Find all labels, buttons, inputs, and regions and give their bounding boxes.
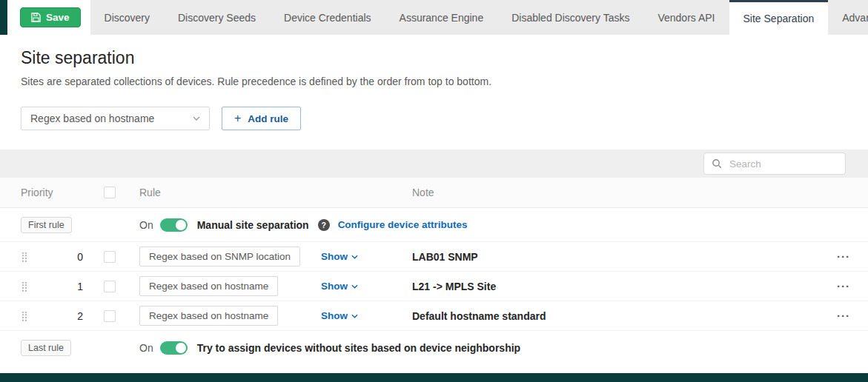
rule-controls: Regex based on hostname + Add rule bbox=[21, 107, 847, 130]
tab-discovery[interactable]: Discovery bbox=[90, 0, 164, 35]
save-area: Save bbox=[7, 0, 90, 35]
tab-disabled-discovery-tasks[interactable]: Disabled Discovery Tasks bbox=[497, 0, 643, 35]
help-icon[interactable]: ? bbox=[318, 219, 330, 231]
tab-bar: Save Discovery Discovery Seeds Device Cr… bbox=[0, 0, 868, 35]
first-rule-toggle[interactable] bbox=[160, 218, 188, 232]
page-head: Site separation Sites are separated coll… bbox=[0, 35, 868, 150]
tabs: Discovery Discovery Seeds Device Credent… bbox=[90, 0, 868, 35]
header-rule: Rule bbox=[139, 187, 321, 198]
priority-value: 0 bbox=[77, 251, 104, 263]
chevron-down-icon bbox=[193, 116, 200, 121]
rule-type-select[interactable]: Regex based on hostname bbox=[21, 107, 210, 130]
configure-device-attributes-link[interactable]: Configure device attributes bbox=[338, 219, 468, 230]
header-priority: Priority bbox=[21, 187, 104, 198]
tab-vendors-api[interactable]: Vendors API bbox=[643, 0, 729, 35]
rule-chip[interactable]: Regex based on hostname bbox=[139, 306, 278, 326]
search-box[interactable] bbox=[703, 153, 846, 175]
chevron-down-icon bbox=[351, 284, 358, 289]
rule-chip[interactable]: Regex based on hostname bbox=[139, 276, 278, 296]
table-header-row: Priority Rule Note bbox=[0, 178, 868, 208]
save-icon bbox=[31, 13, 41, 22]
show-link[interactable]: Show bbox=[321, 251, 358, 262]
tab-discovery-seeds[interactable]: Discovery Seeds bbox=[164, 0, 270, 35]
last-rule-title: Try to assign devices without sites base… bbox=[197, 342, 520, 354]
plus-icon: + bbox=[234, 113, 241, 124]
last-rule-toggle[interactable] bbox=[160, 341, 188, 355]
search-input[interactable] bbox=[728, 158, 838, 170]
footer-bar bbox=[0, 373, 868, 382]
row-more-icon[interactable]: ··· bbox=[837, 310, 850, 321]
last-rule-tag: Last rule bbox=[21, 340, 71, 356]
drag-handle-icon[interactable]: ⣿ bbox=[21, 281, 34, 291]
tab-advanced-cli[interactable]: Advanced CLI bbox=[828, 0, 868, 35]
save-button-label: Save bbox=[46, 12, 70, 23]
rule-chip[interactable]: Regex based on SNMP location bbox=[139, 247, 300, 267]
chevron-down-icon bbox=[351, 255, 358, 259]
row-checkbox[interactable] bbox=[104, 281, 116, 292]
last-rule-state-label: On bbox=[139, 342, 153, 354]
priority-value: 2 bbox=[77, 310, 104, 322]
note-value: LAB01 SNMP bbox=[412, 251, 478, 263]
row-checkbox[interactable] bbox=[104, 251, 116, 263]
priority-value: 1 bbox=[77, 281, 104, 292]
first-rule-title: Manual site separation bbox=[197, 219, 309, 231]
search-icon bbox=[712, 158, 722, 169]
header-note: Note bbox=[412, 187, 828, 198]
rules-table: Priority Rule Note First rule On Manual … bbox=[0, 178, 868, 365]
drag-handle-icon[interactable]: ⣿ bbox=[21, 252, 34, 261]
page-subtitle: Sites are separated collections of devic… bbox=[21, 76, 847, 87]
row-checkbox[interactable] bbox=[104, 310, 116, 322]
app-root: Save Discovery Discovery Seeds Device Cr… bbox=[0, 0, 868, 382]
last-rule-row: Last rule On Try to assign devices witho… bbox=[0, 331, 868, 365]
page-title: Site separation bbox=[21, 48, 847, 68]
sidebar-edge bbox=[0, 0, 7, 35]
row-more-icon[interactable]: ··· bbox=[837, 251, 850, 262]
show-link[interactable]: Show bbox=[321, 281, 358, 292]
chevron-down-icon bbox=[351, 314, 358, 318]
first-rule-row: First rule On Manual site separation ? C… bbox=[0, 208, 868, 242]
note-value: Default hostname standard bbox=[412, 310, 546, 322]
row-more-icon[interactable]: ··· bbox=[837, 281, 850, 292]
search-band bbox=[0, 150, 868, 178]
save-button[interactable]: Save bbox=[20, 7, 81, 27]
show-link[interactable]: Show bbox=[321, 310, 358, 321]
add-rule-button[interactable]: + Add rule bbox=[222, 107, 301, 130]
tab-assurance-engine[interactable]: Assurance Engine bbox=[385, 0, 498, 35]
drag-handle-icon[interactable]: ⣿ bbox=[21, 311, 34, 321]
table-row: ⣿ 2 Regex based on hostname Show Default… bbox=[0, 301, 868, 331]
table-row: ⣿ 1 Regex based on hostname Show L21 -> … bbox=[0, 272, 868, 301]
select-all-checkbox[interactable] bbox=[104, 187, 116, 198]
first-rule-tag: First rule bbox=[21, 217, 72, 233]
table-row: ⣿ 0 Regex based on SNMP location Show LA… bbox=[0, 242, 868, 272]
tab-device-credentials[interactable]: Device Credentials bbox=[270, 0, 385, 35]
tab-site-separation[interactable]: Site Separation bbox=[729, 0, 829, 35]
first-rule-state-label: On bbox=[139, 219, 153, 231]
note-value: L21 -> MPLS Site bbox=[412, 281, 496, 292]
rule-type-select-value: Regex based on hostname bbox=[30, 113, 154, 124]
add-rule-label: Add rule bbox=[248, 113, 288, 124]
